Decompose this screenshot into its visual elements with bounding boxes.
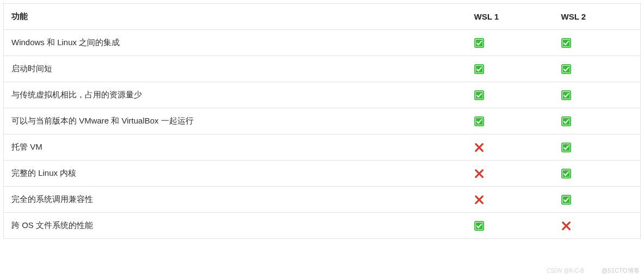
- feature-cell: 与传统虚拟机相比，占用的资源量少: [4, 82, 467, 108]
- table-row: 完整的 Linux 内核: [4, 161, 641, 187]
- feature-cell: 完整的 Linux 内核: [4, 161, 467, 187]
- feature-cell: 可以与当前版本的 VMware 和 VirtualBox 一起运行: [4, 108, 467, 134]
- header-feature: 功能: [4, 4, 467, 30]
- cross-icon: [474, 169, 484, 178]
- check-icon: [561, 116, 571, 126]
- wsl1-cell: [467, 134, 554, 161]
- wsl1-cell: [467, 187, 554, 213]
- table-row: 跨 OS 文件系统的性能: [4, 213, 641, 239]
- feature-cell: 托管 VM: [4, 134, 467, 161]
- table-row: 完全的系统调用兼容性: [4, 187, 641, 213]
- table-row: 可以与当前版本的 VMware 和 VirtualBox 一起运行: [4, 108, 641, 134]
- header-wsl2: WSL 2: [554, 4, 641, 30]
- wsl1-cell: [467, 56, 554, 82]
- wsl2-cell: [554, 108, 641, 134]
- check-icon: [561, 64, 571, 74]
- wsl2-cell: [554, 30, 641, 56]
- check-icon: [561, 90, 571, 100]
- wsl1-cell: [467, 108, 554, 134]
- comparison-table: 功能 WSL 1 WSL 2 Windows 和 Linux 之间的集成启动时间…: [3, 3, 641, 239]
- check-icon: [474, 90, 484, 100]
- check-icon: [561, 143, 571, 152]
- wsl2-cell: [554, 187, 641, 213]
- feature-cell: 完全的系统调用兼容性: [4, 187, 467, 213]
- feature-cell: 跨 OS 文件系统的性能: [4, 213, 467, 239]
- check-icon: [474, 64, 484, 74]
- wsl2-cell: [554, 213, 641, 239]
- check-icon: [561, 195, 571, 205]
- cross-icon: [474, 143, 484, 152]
- wsl1-cell: [467, 213, 554, 239]
- check-icon: [561, 38, 571, 48]
- wsl1-cell: [467, 161, 554, 187]
- wsl2-cell: [554, 82, 641, 108]
- header-wsl1: WSL 1: [467, 4, 554, 30]
- table-row: 启动时间短: [4, 56, 641, 82]
- wsl2-cell: [554, 134, 641, 161]
- wsl2-cell: [554, 56, 641, 82]
- table-row: 与传统虚拟机相比，占用的资源量少: [4, 82, 641, 108]
- check-icon: [474, 221, 484, 231]
- table-row: 托管 VM: [4, 134, 641, 161]
- wsl2-cell: [554, 161, 641, 187]
- cross-icon: [561, 221, 571, 231]
- cross-icon: [474, 195, 484, 205]
- wsl1-cell: [467, 82, 554, 108]
- check-icon: [561, 169, 571, 178]
- wsl1-cell: [467, 30, 554, 56]
- feature-cell: 启动时间短: [4, 56, 467, 82]
- feature-cell: Windows 和 Linux 之间的集成: [4, 30, 467, 56]
- check-icon: [474, 38, 484, 48]
- table-row: Windows 和 Linux 之间的集成: [4, 30, 641, 56]
- check-icon: [474, 116, 484, 126]
- table-header-row: 功能 WSL 1 WSL 2: [4, 4, 641, 30]
